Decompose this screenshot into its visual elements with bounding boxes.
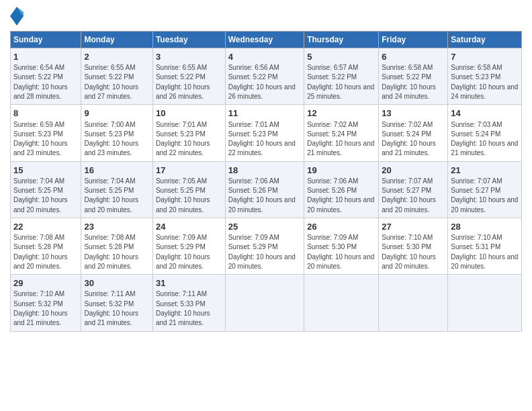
calendar-cell: 21Sunrise: 7:07 AMSunset: 5:27 PMDayligh… xyxy=(448,161,522,218)
day-number: 26 xyxy=(307,221,375,233)
day-number: 14 xyxy=(451,107,519,120)
daylight-info: Daylight: 10 hours and 20 minutes. xyxy=(84,253,138,270)
sunset-info: Sunset: 5:23 PM xyxy=(156,130,206,138)
day-number: 7 xyxy=(451,51,519,63)
sunrise-info: Sunrise: 7:05 AM xyxy=(156,177,207,185)
header-monday: Monday xyxy=(81,32,152,48)
calendar-cell: 16Sunrise: 7:04 AMSunset: 5:25 PMDayligh… xyxy=(81,161,152,218)
calendar-cell xyxy=(379,275,448,331)
sunset-info: Sunset: 5:29 PM xyxy=(156,243,206,250)
day-number: 6 xyxy=(382,51,445,63)
calendar-cell: 7Sunrise: 6:58 AMSunset: 5:23 PMDaylight… xyxy=(448,48,522,105)
sunset-info: Sunset: 5:24 PM xyxy=(307,130,357,138)
calendar-cell xyxy=(448,275,522,331)
day-number: 22 xyxy=(13,221,78,233)
daylight-info: Daylight: 10 hours and 20 minutes. xyxy=(13,253,68,270)
header-friday: Friday xyxy=(379,32,448,48)
day-number: 18 xyxy=(228,165,302,177)
day-number: 8 xyxy=(13,107,78,120)
calendar-cell: 5Sunrise: 6:57 AMSunset: 5:22 PMDaylight… xyxy=(304,48,379,105)
sunrise-info: Sunrise: 7:10 AM xyxy=(13,290,64,298)
day-number: 27 xyxy=(382,221,445,233)
sunset-info: Sunset: 5:25 PM xyxy=(156,187,206,194)
week-row-1: 1Sunrise: 6:54 AMSunset: 5:22 PMDaylight… xyxy=(11,48,522,105)
week-row-3: 15Sunrise: 7:04 AMSunset: 5:25 PMDayligh… xyxy=(11,161,522,218)
daylight-info: Daylight: 10 hours and 20 minutes. xyxy=(156,253,210,270)
sunrise-info: Sunrise: 7:04 AM xyxy=(13,177,64,185)
day-number: 11 xyxy=(228,107,302,120)
day-number: 10 xyxy=(156,107,222,120)
sunset-info: Sunset: 5:26 PM xyxy=(228,187,278,194)
sunrise-info: Sunrise: 7:01 AM xyxy=(228,121,279,128)
sunrise-info: Sunrise: 7:10 AM xyxy=(382,234,433,241)
sunrise-info: Sunrise: 7:07 AM xyxy=(451,177,502,185)
daylight-info: Daylight: 10 hours and 20 minutes. xyxy=(451,253,518,270)
sunset-info: Sunset: 5:23 PM xyxy=(13,130,63,138)
daylight-info: Daylight: 10 hours and 21 minutes. xyxy=(156,310,210,326)
sunrise-info: Sunrise: 7:04 AM xyxy=(84,177,135,185)
sunrise-info: Sunrise: 7:06 AM xyxy=(307,177,358,185)
sunset-info: Sunset: 5:32 PM xyxy=(84,300,134,308)
page-container: SundayMondayTuesdayWednesdayThursdayFrid… xyxy=(0,0,532,338)
sunrise-info: Sunrise: 7:00 AM xyxy=(84,121,135,128)
sunset-info: Sunset: 5:33 PM xyxy=(156,300,206,308)
daylight-info: Daylight: 10 hours and 20 minutes. xyxy=(307,196,374,213)
header-thursday: Thursday xyxy=(304,32,379,48)
daylight-info: Daylight: 10 hours and 25 minutes. xyxy=(307,83,374,100)
week-row-5: 29Sunrise: 7:10 AMSunset: 5:32 PMDayligh… xyxy=(11,275,522,331)
sunrise-info: Sunrise: 7:08 AM xyxy=(13,234,64,241)
sunrise-info: Sunrise: 7:11 AM xyxy=(84,290,135,298)
sunrise-info: Sunrise: 6:58 AM xyxy=(382,64,433,71)
daylight-info: Daylight: 10 hours and 24 minutes. xyxy=(451,83,518,100)
sunrise-info: Sunrise: 6:55 AM xyxy=(84,64,135,71)
sunrise-info: Sunrise: 7:10 AM xyxy=(451,234,502,241)
calendar-table: SundayMondayTuesdayWednesdayThursdayFrid… xyxy=(10,31,522,332)
sunrise-info: Sunrise: 7:09 AM xyxy=(156,234,207,241)
daylight-info: Daylight: 10 hours and 22 minutes. xyxy=(228,140,296,156)
calendar-header-row: SundayMondayTuesdayWednesdayThursdayFrid… xyxy=(11,32,522,48)
sunrise-info: Sunrise: 7:11 AM xyxy=(156,290,207,298)
week-row-4: 22Sunrise: 7:08 AMSunset: 5:28 PMDayligh… xyxy=(11,218,522,274)
day-number: 21 xyxy=(451,165,519,177)
calendar-cell: 17Sunrise: 7:05 AMSunset: 5:25 PMDayligh… xyxy=(152,161,225,218)
daylight-info: Daylight: 10 hours and 21 minutes. xyxy=(451,140,518,156)
sunrise-info: Sunrise: 7:09 AM xyxy=(307,234,358,241)
day-number: 19 xyxy=(307,165,375,177)
sunset-info: Sunset: 5:25 PM xyxy=(13,187,63,194)
day-number: 20 xyxy=(382,165,445,177)
header xyxy=(10,7,522,26)
daylight-info: Daylight: 10 hours and 20 minutes. xyxy=(382,253,436,270)
daylight-info: Daylight: 10 hours and 27 minutes. xyxy=(84,83,138,100)
daylight-info: Daylight: 10 hours and 26 minutes. xyxy=(156,83,210,100)
daylight-info: Daylight: 10 hours and 20 minutes. xyxy=(382,196,436,213)
sunset-info: Sunset: 5:25 PM xyxy=(84,187,134,194)
day-number: 2 xyxy=(84,51,149,63)
day-number: 13 xyxy=(382,107,445,120)
sunrise-info: Sunrise: 7:08 AM xyxy=(84,234,135,241)
calendar-cell xyxy=(304,275,379,331)
sunset-info: Sunset: 5:24 PM xyxy=(451,130,500,138)
sunrise-info: Sunrise: 6:59 AM xyxy=(13,121,64,128)
sunset-info: Sunset: 5:22 PM xyxy=(382,73,431,81)
day-number: 12 xyxy=(307,107,375,120)
sunset-info: Sunset: 5:22 PM xyxy=(156,73,206,81)
sunset-info: Sunset: 5:28 PM xyxy=(84,243,134,250)
sunset-info: Sunset: 5:22 PM xyxy=(13,73,63,81)
week-row-2: 8Sunrise: 6:59 AMSunset: 5:23 PMDaylight… xyxy=(11,105,522,161)
sunset-info: Sunset: 5:22 PM xyxy=(307,73,357,81)
sunset-info: Sunset: 5:23 PM xyxy=(451,73,500,81)
sunset-info: Sunset: 5:29 PM xyxy=(228,243,278,250)
sunset-info: Sunset: 5:24 PM xyxy=(382,130,431,138)
day-number: 15 xyxy=(13,165,78,177)
svg-marker-0 xyxy=(10,7,24,26)
sunset-info: Sunset: 5:31 PM xyxy=(451,243,500,250)
daylight-info: Daylight: 10 hours and 20 minutes. xyxy=(307,253,374,270)
sunset-info: Sunset: 5:22 PM xyxy=(228,73,278,81)
sunset-info: Sunset: 5:23 PM xyxy=(84,130,134,138)
sunrise-info: Sunrise: 6:54 AM xyxy=(13,64,64,71)
calendar-cell: 12Sunrise: 7:02 AMSunset: 5:24 PMDayligh… xyxy=(304,105,379,161)
day-number: 31 xyxy=(156,277,222,289)
sunrise-info: Sunrise: 6:55 AM xyxy=(156,64,207,71)
calendar-cell: 9Sunrise: 7:00 AMSunset: 5:23 PMDaylight… xyxy=(81,105,152,161)
calendar-cell: 14Sunrise: 7:03 AMSunset: 5:24 PMDayligh… xyxy=(448,105,522,161)
